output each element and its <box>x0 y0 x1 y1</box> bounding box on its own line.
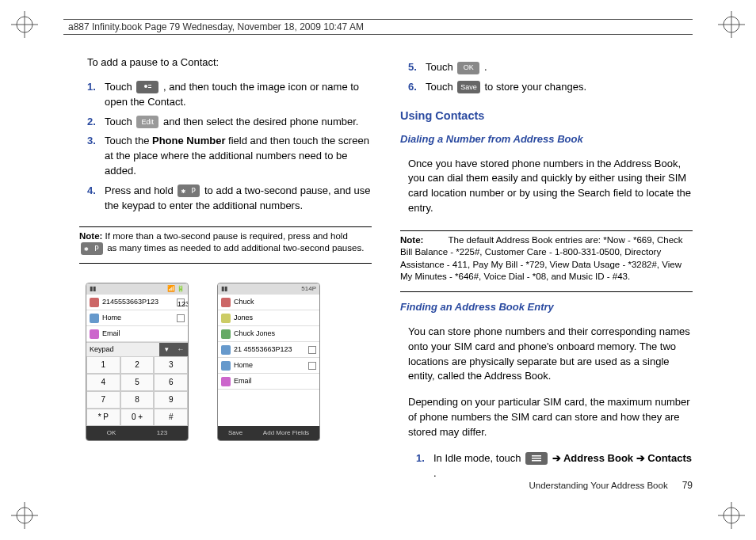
step-text: In Idle mode, touch <box>433 452 524 464</box>
step-text: . <box>433 467 437 479</box>
key: * P <box>86 409 120 426</box>
rule <box>400 230 693 231</box>
keypad: 123 456 789 * P0 +# <box>86 356 188 426</box>
softkey: 123 <box>157 428 167 438</box>
step-number: 1. <box>416 451 433 481</box>
nav-item: Address Book <box>563 452 633 464</box>
note: Note: If more than a two-second pause is… <box>79 230 372 256</box>
svg-rect-14 <box>148 85 151 86</box>
svg-rect-15 <box>148 87 151 88</box>
screenshots: ▮▮📶 🔋 2145553663P123123 Home Email Keypa… <box>79 283 372 441</box>
step-text: and then select the desired phone number… <box>163 116 358 127</box>
paragraph: You can store phone numbers and their co… <box>408 325 693 384</box>
key: 6 <box>154 374 188 391</box>
note-text: as many times as needed to add additiona… <box>107 243 364 253</box>
contacts-icon <box>136 81 158 93</box>
nav-item: Contacts <box>647 452 692 464</box>
softkey: Save <box>228 428 242 438</box>
key: 7 <box>86 391 120 409</box>
svg-point-13 <box>144 85 147 88</box>
step-1: 1. Touch , and then touch the image icon… <box>87 80 372 110</box>
step-6: 6. Touch Save to store your changes. <box>408 80 693 95</box>
lead-text: To add a pause to a Contact: <box>87 55 372 70</box>
arrow-icon: ➔ <box>552 452 563 464</box>
left-column: To add a pause to a Contact: 1. Touch , … <box>79 55 372 492</box>
note-label: Note: <box>79 231 102 241</box>
menu-icon <box>525 452 548 465</box>
step-4: 4. Press and hold ✱ P to add a two-secon… <box>87 184 372 214</box>
paragraph: Once you have stored phone numbers in th… <box>408 157 693 216</box>
pause-key-icon: ✱ P <box>178 184 200 197</box>
field-value: Home <box>102 313 121 323</box>
key: 5 <box>120 374 155 391</box>
ok-button-icon: OK <box>457 62 479 74</box>
edit-button-icon: Edit <box>136 116 158 128</box>
page-number: 79 <box>682 480 693 491</box>
phone-screenshot-keypad: ▮▮📶 🔋 2145553663P123123 Home Email Keypa… <box>86 283 189 441</box>
step-3: 3. Touch the Phone Number field and then… <box>87 134 372 179</box>
step-number: 6. <box>408 80 426 95</box>
step-number: 2. <box>87 115 105 130</box>
step-text: Touch <box>426 81 456 93</box>
step-5: 5. Touch OK . <box>408 60 693 75</box>
key: 9 <box>154 391 188 409</box>
phone-screenshot-contact: ▮▮514P Chuck Jones Chuck Jones 21 455536… <box>217 283 320 441</box>
field-value: Chuck Jones <box>234 329 275 339</box>
rule <box>79 226 372 227</box>
step-number: 1. <box>87 80 105 110</box>
rule <box>79 263 372 264</box>
step-text: to store your changes. <box>484 81 586 93</box>
softkey: OK <box>107 428 116 438</box>
key: 3 <box>154 356 188 374</box>
note-text: The default Address Book entries are: *N… <box>400 235 683 282</box>
subsection-heading: Finding an Address Book Entry <box>400 300 693 315</box>
step-text: . <box>484 61 487 73</box>
key: 4 <box>86 374 120 391</box>
running-header-text: a887 Infinity.book Page 79 Wednesday, No… <box>68 21 364 32</box>
svg-rect-16 <box>532 455 541 457</box>
step-text: Press and hold <box>105 184 176 196</box>
cropmark-icon <box>718 11 745 38</box>
cropmark-icon <box>11 502 38 529</box>
step-number: 4. <box>87 184 105 214</box>
running-header: a887 Infinity.book Page 79 Wednesday, No… <box>63 19 693 35</box>
field-value: 21 45553663P123 <box>234 344 292 355</box>
note: Note: The default Address Book entries a… <box>400 234 693 283</box>
softkey: Add More Fields <box>263 428 309 438</box>
pause-key-icon: ✱ P <box>81 242 103 255</box>
step-text: Touch <box>426 61 456 73</box>
paragraph: Depending on your particular SIM card, t… <box>408 395 693 440</box>
keypad-label: Keypad <box>86 343 159 356</box>
key: 2 <box>120 356 155 374</box>
step-1b: 1. In Idle mode, touch ➔ Address Book ➔ … <box>416 451 693 481</box>
field-value: Email <box>102 329 120 339</box>
cropmark-icon <box>718 502 745 529</box>
note-text: If more than a two-second pause is requi… <box>105 231 348 241</box>
field-value: Email <box>234 376 252 386</box>
step-text: Touch <box>105 81 135 93</box>
section-title: Understanding Your Address Book <box>529 481 667 490</box>
step-number: 5. <box>408 60 426 75</box>
note-label: Note: <box>400 235 423 245</box>
key: # <box>154 409 188 426</box>
arrow-icon: ➔ <box>636 452 648 464</box>
step-number: 3. <box>87 134 105 179</box>
step-text: Touch <box>105 116 135 127</box>
key: 0 + <box>120 409 155 426</box>
field-value: Home <box>234 360 253 371</box>
cropmark-icon <box>11 11 38 38</box>
step-text: Touch the <box>105 135 152 146</box>
section-heading: Using Contacts <box>400 108 693 124</box>
svg-rect-18 <box>532 460 541 462</box>
field-value: Jones <box>234 313 253 323</box>
back-icon: ← <box>174 343 188 356</box>
step-bold: Phone Number <box>152 135 225 146</box>
page-footer: Understanding Your Address Book 79 <box>529 480 693 491</box>
subsection-heading: Dialing a Number from Address Book <box>400 132 693 147</box>
step-2: 2. Touch Edit and then select the desire… <box>87 115 372 130</box>
svg-rect-17 <box>532 458 541 459</box>
rule <box>400 291 693 292</box>
key: 8 <box>120 391 155 409</box>
save-button-icon: Save <box>457 81 480 93</box>
field-value: Chuck <box>234 297 254 307</box>
